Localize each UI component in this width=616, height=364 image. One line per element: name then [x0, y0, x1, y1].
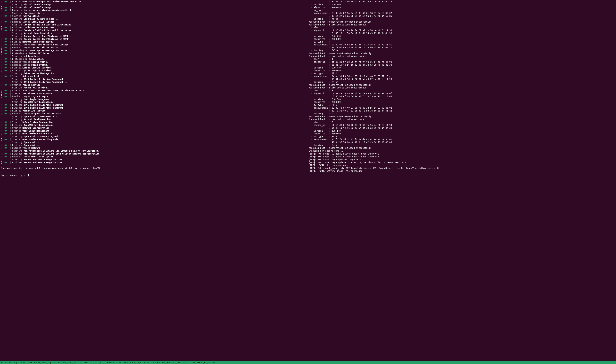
log-line: - signer_id : b3 60 ca f5 c9 8c 6b 94 2a… — [309, 92, 616, 95]
boot-line: [ OK ] Started Network Configuration. — [1, 127, 307, 130]
log-line: Measured Boot : measurement extended suc… — [309, 20, 616, 23]
log-line: Measured Boot : measurement extended suc… — [309, 52, 616, 55]
boot-line: [ OK ] Found device /sys/subsystem/net/d… — [1, 9, 307, 12]
log-line: - sw_type : RT_1 — [309, 104, 616, 106]
boot-line: [ OK ] Started Getty on tty1. — [1, 75, 307, 78]
status-tabs: 2:terminal_uart_scp3:terminal_sec_uart4:… — [25, 361, 599, 364]
boot-line: [ OK ] Reached target System Initializat… — [1, 46, 307, 49]
log-line: : 49 9d 36 74 b0 e0 12 8d 2f df f5 8c f2… — [309, 141, 616, 144]
boot-line: Mounting /var/volatile... — [1, 12, 307, 15]
log-line: : 3e 46 19 fc 56 5d a2 6a df 34 c3 29 48… — [309, 32, 616, 35]
boot-line: [ OK ] Reached target Login Prompts. — [1, 95, 307, 98]
boot-line: [ OK ] Started Serial Getty on ttyAMA0. — [1, 92, 307, 95]
boot-line: [ OK ] Reached target Preparation for Ne… — [1, 112, 307, 115]
boot-line: [ OK ] Finished OpenSSH Key Generation. — [1, 124, 307, 127]
boot-line: [ OK ] Listening on sshd.socket. — [1, 58, 307, 61]
log-line: - slot : 2 — [309, 121, 616, 124]
log-line: - slot : 5 — [309, 26, 616, 29]
log-line: - sw_type : RT_0 — [309, 135, 616, 138]
boot-line: [ OK ] Listening on D-Bus System Message… — [1, 49, 307, 52]
tmux-window-6[interactable]: 6:terminal_uart_si_cluster1- — [153, 361, 188, 364]
log-line: - sw_type : — [309, 40, 616, 43]
tmux-window-2[interactable]: 2:terminal_uart_scp — [27, 361, 52, 364]
boot-line: [ OK ] Finished IPv6 Packet Filtering Fr… — [1, 104, 307, 106]
log-line: [INF]:[FWU]: get_fwu_agent_state: enter,… — [309, 155, 616, 158]
boot-line: [ OK ] Mounted /var/volatile. — [1, 15, 307, 18]
boot-blank — [1, 164, 307, 167]
log-line: - algorithm : 2000009 — [309, 69, 616, 72]
log-line: - algorithm : 2000009 — [309, 101, 616, 104]
boot-line: [ OK ] Finished Create Volatile Files an… — [1, 29, 307, 32]
boot-line: Starting OpenSSH Key Generation... — [1, 101, 307, 104]
log-line: - measurement : 37 b2 76 df 40 31 9e fa … — [309, 106, 616, 109]
boot-line: Starting Open vSwitch Forwarding Unit... — [1, 135, 307, 138]
boot-line: Starting IPv4 Packet Filtering Framework… — [1, 81, 307, 84]
boot-line: [ OK ] Reached target Local File Systems… — [1, 20, 307, 23]
boot-line: Starting Network Configuration... — [1, 118, 307, 121]
boot-line: [ OK ] Started Network Name Resolution. — [1, 40, 307, 43]
boot-line: [ OK ] Started Open vSwitch Database Uni… — [1, 132, 307, 135]
log-line: - version : 1.8.1+0 — [309, 130, 616, 132]
log-line: : 13 1c 2c dc ba 36 65 be 57 9a 01 4c 46… — [309, 15, 616, 18]
boot-line: [ OK ] Reached target Network. — [1, 147, 307, 150]
boot-line: Starting D-Bus System Message Bus... — [1, 72, 307, 75]
log-line: - slot : 4 — [309, 58, 616, 61]
log-line: - signer_id : bf e6 d8 6f 88 26 f4 ff 97… — [309, 124, 616, 127]
boot-line: [ OK ] Started System Logging Service. — [1, 69, 307, 72]
log-line: Measured Boot : store and extend measure… — [309, 55, 616, 58]
boot-line: Starting Open vSwitch... — [1, 141, 307, 144]
log-line: Measured Boot : store and extend measure… — [309, 23, 616, 26]
log-line: Measured Boot : measurement extended suc… — [309, 115, 616, 118]
log-line: [INF]: [FWU]: Host acknowledged. — [309, 164, 616, 167]
tmux-window-7[interactable]: 7:terminal_ns_uart0* — [190, 361, 216, 364]
boot-line: [ OK ] Started Rule-based Manager for De… — [1, 0, 307, 3]
log-line: [INF]:[FWU]: FMP image update: image id … — [309, 158, 616, 161]
log-line: - locking : false — [309, 144, 616, 147]
boot-line: [ OK ] Reached target Multi-User System. — [1, 155, 307, 158]
tmux-window-3[interactable]: 3:terminal_sec_uart — [54, 361, 78, 364]
boot-line: Starting Podman API Service... — [1, 86, 307, 89]
log-line: - measurement : 24 bd 91 b3 1d af 53 ff … — [309, 75, 616, 78]
log-line: Enabling non-secure core... — [309, 150, 616, 152]
log-line: - measurement : 35 f6 f8 3d 1c 25 fc 6a … — [309, 138, 616, 141]
log-line: - slot : 3 — [309, 89, 616, 92]
log-line: - signer_id : bf e6 d8 6f 88 26 f4 ff 97… — [309, 61, 616, 64]
boot-line: Starting Load/Save OS Random Seed... — [1, 18, 307, 20]
log-line: Measured Boot : store and extend measure… — [309, 118, 616, 121]
boot-line: [ OK ] Started Parsec Service. — [1, 84, 307, 87]
log-line: Measured Boot : measurement extended suc… — [309, 147, 616, 150]
log-line: : 32 fc 3b 40 0f 82 b6 6b 7b bb 7e 6e 39… — [309, 109, 616, 112]
log-line: - sw_type : — [309, 9, 616, 12]
left-terminal-pane[interactable]: [ OK ] Started Rule-based Manager for De… — [0, 0, 308, 361]
boot-line: Starting Record System Boot/Shutdown in … — [1, 35, 307, 38]
log-line: Measured Boot : measurement extended suc… — [309, 84, 616, 87]
boot-line: Starting Create Volatile Files and Direc… — [1, 23, 307, 26]
tmux-window-5[interactable]: 5:terminal_uart_si_cluster2 — [116, 361, 150, 364]
boot-blank — [1, 170, 307, 173]
boot-line: [ OK ] Started Open vSwitch Forwarding U… — [1, 138, 307, 141]
log-line: - measurement : be 49 ba 10 8a 8c 32 2f … — [309, 43, 616, 46]
boot-line: [ OK ] Listening on Podman API Socket. — [1, 52, 307, 55]
boot-line: [ OK ] Finished IPv4 Packet Filtering Fr… — [1, 106, 307, 109]
log-line: [INF]: [FWU]: Getting image info succeed… — [309, 170, 616, 173]
boot-line: [ OK ] Finished Open vSwitch. — [1, 144, 307, 147]
boot-line: Starting Record Runlevel Change in UTMP.… — [1, 158, 307, 161]
login-prompt[interactable]: fvp-rd-kronos login: — [1, 174, 307, 177]
boot-line: [ OK ] Started D-Bus System Message Bus. — [1, 121, 307, 124]
log-line: - locking : false — [309, 81, 616, 84]
boot-line: [ OK ] Reached target Host and Network N… — [1, 43, 307, 46]
log-line: : 3e 46 19 fc 56 5d a2 6a df 34 c3 29 48… — [309, 0, 616, 3]
log-line: [INF]:[FWU]: FMP image update: status = … — [309, 161, 616, 164]
boot-line: [ OK ] Finished Arm Automotive Solutions… — [1, 152, 307, 155]
tmux-window-4[interactable]: 4:terminal_uart_si_cluster0 — [80, 361, 114, 364]
boot-line: Starting Virtual Console Setup... — [1, 3, 307, 6]
boot-line: [ OK ] Started Precision Time Protocol (… — [1, 89, 307, 92]
log-line: - locking : false — [309, 112, 616, 115]
log-line: - measurement : 6a 3d db 02 8a 5c b9 0a … — [309, 12, 616, 15]
boot-line: [ OK ] Finished Record System Boot/Shutd… — [1, 38, 307, 41]
boot-line: [ OK ] Finished Load/Save OS Random Seed… — [1, 26, 307, 29]
log-line: - version : 0.0.7+0 — [309, 66, 616, 69]
boot-line: [ OK ] Finished Record Runlevel Change i… — [1, 161, 307, 164]
log-line: : 3e 46 19 fc 56 5d a2 6a df 34 c3 29 48… — [309, 127, 616, 130]
right-terminal-pane[interactable]: : 3e 46 19 fc 56 5d a2 6a df 34 c3 29 48… — [308, 0, 616, 361]
